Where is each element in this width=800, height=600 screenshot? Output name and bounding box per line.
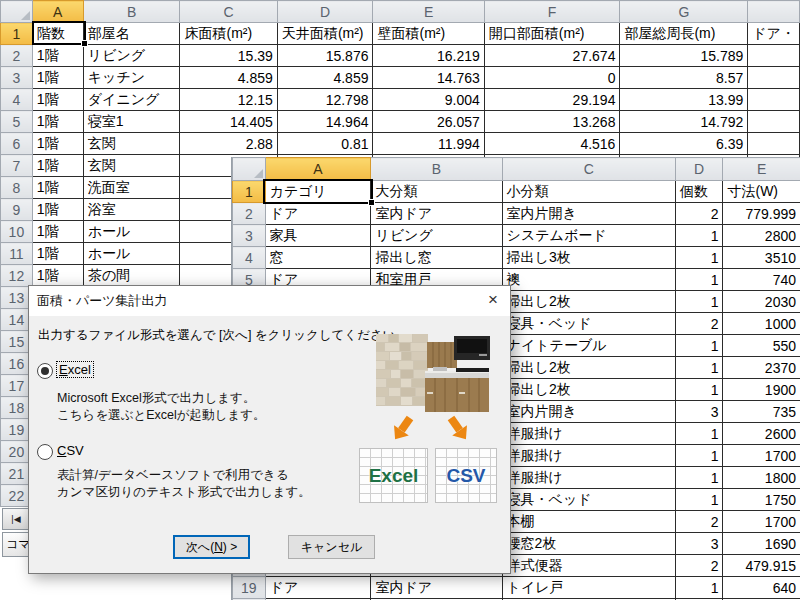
cell[interactable]: 9.004 — [373, 89, 484, 111]
radio-csv[interactable] — [37, 444, 53, 460]
cell[interactable]: 階数 — [32, 23, 83, 45]
row-header-4[interactable]: 4 — [233, 247, 266, 269]
radio-excel[interactable] — [37, 363, 53, 379]
cell[interactable]: 洋式便器 — [502, 555, 675, 577]
cell[interactable]: 4.859 — [180, 67, 277, 89]
cell[interactable] — [748, 89, 800, 111]
cell[interactable]: 4.859 — [277, 67, 373, 89]
cell[interactable]: 腰窓2枚 — [502, 533, 675, 555]
cell[interactable]: 1階 — [32, 133, 83, 155]
cell[interactable]: 3 — [675, 533, 723, 555]
cell[interactable]: 1階 — [32, 67, 83, 89]
cell[interactable]: 27.674 — [484, 45, 620, 67]
cell[interactable]: 1700 — [723, 511, 800, 533]
cell[interactable]: 13.268 — [484, 111, 620, 133]
cell[interactable]: 襖 — [502, 269, 675, 291]
cell[interactable]: 1 — [675, 489, 723, 511]
cell[interactable]: 個数 — [675, 181, 723, 203]
cell[interactable]: ホール — [83, 221, 180, 243]
cell[interactable]: 掃出し窓 — [371, 247, 502, 269]
cell[interactable]: 壁面積(m²) — [373, 23, 484, 45]
cell[interactable]: 1階 — [32, 45, 83, 67]
cell[interactable]: 2 — [675, 203, 723, 225]
row-header-8[interactable]: 8 — [1, 177, 33, 199]
cell[interactable]: 寝具・ベッド — [502, 489, 675, 511]
cell[interactable]: カテゴリ — [265, 181, 371, 203]
cell[interactable]: 寝具・ベッド — [502, 313, 675, 335]
cell[interactable]: 6.39 — [620, 133, 748, 155]
cell[interactable]: 玄関 — [83, 133, 180, 155]
cell[interactable]: 14.792 — [620, 111, 748, 133]
cell[interactable]: 12.15 — [180, 89, 277, 111]
cell[interactable]: 550 — [723, 335, 800, 357]
cell[interactable]: 2600 — [723, 423, 800, 445]
column-header-E[interactable]: E — [373, 1, 484, 23]
column-header-G[interactable]: G — [620, 1, 748, 23]
cell[interactable]: 1階 — [32, 111, 83, 133]
cell[interactable]: 2800 — [723, 225, 800, 247]
close-icon[interactable]: × — [488, 290, 498, 310]
cell[interactable]: ドア — [265, 203, 371, 225]
cell[interactable]: 2 — [675, 313, 723, 335]
radio-label-csv[interactable]: CSV — [57, 443, 84, 458]
row-header-3[interactable]: 3 — [1, 67, 33, 89]
row-header-10[interactable]: 10 — [1, 221, 33, 243]
column-header-A[interactable]: A — [32, 1, 83, 23]
cell[interactable]: 掃出し2枚 — [502, 291, 675, 313]
select-all-corner[interactable] — [233, 158, 266, 181]
cell[interactable]: 窓 — [265, 247, 371, 269]
cell[interactable]: 1 — [675, 577, 723, 599]
cell[interactable]: 天井面積(m²) — [277, 23, 373, 45]
cell[interactable]: ドア・ — [748, 23, 800, 45]
cell[interactable]: 掃出し2枚 — [502, 379, 675, 401]
dialog-titlebar[interactable]: 面積・パーツ集計出力 × — [29, 286, 510, 316]
cell[interactable]: 開口部面積(m²) — [484, 23, 620, 45]
cell[interactable]: 1800 — [723, 467, 800, 489]
cell[interactable]: 1 — [675, 335, 723, 357]
cell[interactable]: 1 — [675, 357, 723, 379]
cell[interactable]: 11.994 — [373, 133, 484, 155]
cell[interactable] — [748, 45, 800, 67]
row-header-19[interactable]: 19 — [233, 577, 266, 599]
cell[interactable]: 1750 — [723, 489, 800, 511]
column-header-clipped[interactable] — [748, 1, 800, 23]
cell[interactable]: リビング — [83, 45, 180, 67]
cell[interactable]: 浴室 — [83, 199, 180, 221]
cell[interactable]: 1階 — [32, 199, 83, 221]
cell[interactable]: 室内ドア — [371, 203, 502, 225]
cell[interactable]: 1900 — [723, 379, 800, 401]
cell[interactable]: 部屋総周長(m) — [620, 23, 748, 45]
cell[interactable]: 14.405 — [180, 111, 277, 133]
cell[interactable]: 2.88 — [180, 133, 277, 155]
cell[interactable]: 779.999 — [723, 203, 800, 225]
cell[interactable]: 29.194 — [484, 89, 620, 111]
row-header-11[interactable]: 11 — [1, 243, 33, 265]
cell[interactable]: 大分類 — [371, 181, 502, 203]
cell[interactable]: 1 — [675, 291, 723, 313]
next-button[interactable]: 次へ(N) > — [173, 535, 250, 559]
cell[interactable]: 1000 — [723, 313, 800, 335]
cell[interactable]: 14.763 — [373, 67, 484, 89]
cell[interactable]: 1 — [675, 445, 723, 467]
row-header-2[interactable]: 2 — [1, 45, 33, 67]
row-header-2[interactable]: 2 — [233, 203, 266, 225]
cell[interactable]: 小分類 — [502, 181, 675, 203]
cell[interactable]: 1階 — [32, 155, 83, 177]
cell[interactable]: 掃出し2枚 — [502, 357, 675, 379]
cell[interactable]: 3 — [675, 401, 723, 423]
cell[interactable]: キッチン — [83, 67, 180, 89]
row-header-7[interactable]: 7 — [1, 155, 33, 177]
row-header-12[interactable]: 12 — [1, 265, 33, 287]
row-header-5[interactable]: 5 — [1, 111, 33, 133]
column-header-B[interactable]: B — [83, 1, 180, 23]
column-header-C[interactable]: C — [180, 1, 277, 23]
cell[interactable]: システムボード — [502, 225, 675, 247]
cell[interactable]: 床面積(m²) — [180, 23, 277, 45]
cell[interactable]: 13.99 — [620, 89, 748, 111]
row-header-3[interactable]: 3 — [233, 225, 266, 247]
cell[interactable]: 洗面室 — [83, 177, 180, 199]
cancel-button[interactable]: キャンセル — [288, 535, 375, 559]
column-header-F[interactable]: F — [484, 1, 620, 23]
cell[interactable]: 1700 — [723, 445, 800, 467]
cell[interactable]: ナイトテーブル — [502, 335, 675, 357]
